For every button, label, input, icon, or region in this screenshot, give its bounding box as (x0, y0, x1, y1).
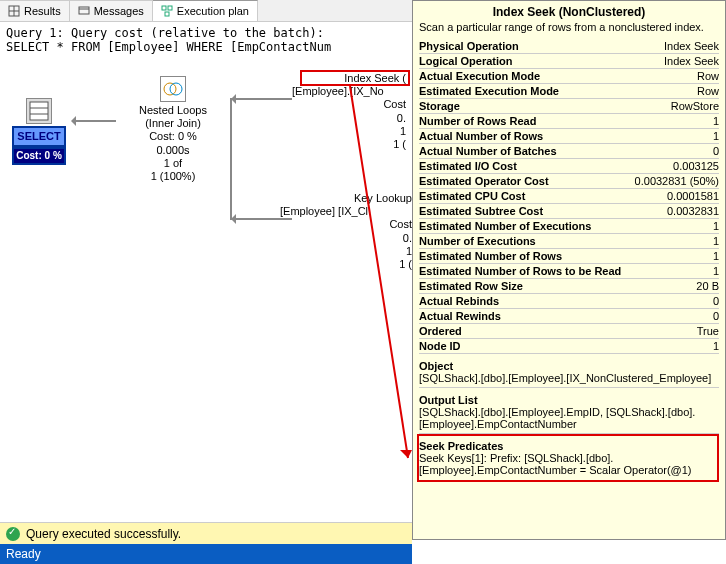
node-line: Cost: 0 % (118, 130, 228, 143)
ready-text: Ready (6, 547, 41, 561)
tooltip-prop-value: Row (631, 69, 719, 84)
svg-rect-6 (168, 6, 172, 10)
tab-results[interactable]: Results (0, 0, 70, 21)
tooltip-prop-value: Index Seek (631, 39, 719, 54)
tooltip-prop-value: True (631, 324, 719, 339)
tooltip-prop-name: Number of Rows Read (419, 114, 631, 129)
node-line: (Inner Join) (118, 117, 228, 130)
tooltip-prop-value: 0 (631, 144, 719, 159)
tooltip-prop-name: Estimated I/O Cost (419, 159, 631, 174)
tooltip-description: Scan a particular range of rows from a n… (419, 21, 719, 33)
tooltip-prop-value: Index Seek (631, 54, 719, 69)
tooltip-row: StorageRowStore (419, 99, 719, 114)
status-text: Query executed successfully. (26, 527, 181, 541)
tooltip-prop-value: 0.0032831 (50%) (631, 174, 719, 189)
tab-execution-plan[interactable]: Execution plan (153, 0, 258, 21)
table-icon (26, 98, 52, 124)
node-line: 1 (280, 245, 412, 258)
tooltip-prop-name: Estimated Operator Cost (419, 174, 631, 189)
tooltip-output-head: Output List (419, 394, 719, 406)
node-line: Key Lookup (280, 192, 412, 205)
tooltip-row: Actual Rebinds0 (419, 294, 719, 309)
svg-rect-8 (30, 102, 48, 120)
tooltip-row: Actual Number of Batches0 (419, 144, 719, 159)
svg-rect-5 (162, 6, 166, 10)
tooltip-row: Estimated Row Size20 B (419, 279, 719, 294)
node-line: 0. (280, 232, 412, 245)
select-label: SELECT (12, 126, 66, 147)
tooltip-prop-name: Estimated CPU Cost (419, 189, 631, 204)
tooltip-prop-value: 1 (631, 219, 719, 234)
plan-node-select[interactable]: SELECT Cost: 0 % (12, 98, 66, 165)
plan-node-nested-loops[interactable]: Nested Loops (Inner Join) Cost: 0 % 0.00… (118, 76, 228, 183)
tab-messages[interactable]: Messages (70, 0, 153, 21)
tooltip-row: Estimated CPU Cost0.0001581 (419, 189, 719, 204)
tooltip-prop-value: 0 (631, 309, 719, 324)
tooltip-prop-value: 1 (631, 264, 719, 279)
tooltip-row: Number of Rows Read1 (419, 114, 719, 129)
tooltip-prop-value: 1 (631, 339, 719, 354)
tooltip-prop-value: 0 (631, 294, 719, 309)
success-icon (6, 527, 20, 541)
tooltip-row: Actual Rewinds0 (419, 309, 719, 324)
node-line: [Employee].[IX_No (292, 85, 412, 98)
tooltip-row: Estimated I/O Cost0.003125 (419, 159, 719, 174)
tooltip-prop-name: Estimated Number of Rows to be Read (419, 264, 631, 279)
tooltip-prop-name: Estimated Row Size (419, 279, 631, 294)
node-line: 1 ( (280, 258, 412, 271)
svg-marker-14 (400, 450, 412, 458)
tooltip-prop-name: Actual Execution Mode (419, 69, 631, 84)
tooltip-row: Estimated Number of Executions1 (419, 219, 719, 234)
ready-bar: Ready (0, 544, 412, 564)
tooltip-prop-name: Estimated Number of Executions (419, 219, 631, 234)
tooltip-seek-body: Seek Keys[1]: Prefix: [SQLShack].[dbo].[… (419, 452, 719, 479)
tooltip-row: Physical OperationIndex Seek (419, 39, 719, 54)
tooltip-prop-name: Storage (419, 99, 631, 114)
svg-rect-3 (79, 7, 89, 14)
tooltip-prop-name: Node ID (419, 339, 631, 354)
tooltip-row: OrderedTrue (419, 324, 719, 339)
grid-icon (8, 5, 20, 17)
svg-rect-7 (165, 12, 169, 16)
tab-label: Execution plan (177, 5, 249, 17)
nested-loops-icon (160, 76, 186, 102)
tooltip-prop-value: Row (631, 84, 719, 99)
tooltip-row: Estimated Number of Rows1 (419, 249, 719, 264)
tooltip-row: Actual Number of Rows1 (419, 129, 719, 144)
tooltip-prop-value: 1 (631, 129, 719, 144)
tooltip-prop-value: 1 (631, 249, 719, 264)
tooltip-row: Estimated Operator Cost0.0032831 (50%) (419, 174, 719, 189)
tooltip-prop-value: 0.0001581 (631, 189, 719, 204)
plan-arrow (72, 120, 116, 122)
tooltip-prop-name: Physical Operation (419, 39, 631, 54)
operator-tooltip: Index Seek (NonClustered) Scan a particu… (412, 0, 726, 540)
plan-icon (161, 5, 173, 17)
message-icon (78, 5, 90, 17)
tooltip-properties-table: Physical OperationIndex SeekLogical Oper… (419, 39, 719, 354)
tooltip-prop-name: Actual Rewinds (419, 309, 631, 324)
node-line: [Employee] [IX_Cl (280, 205, 412, 218)
plan-node-key-lookup[interactable]: Key Lookup [Employee] [IX_Cl Cost 0. 1 1… (280, 192, 412, 271)
status-bar: Query executed successfully. (0, 522, 412, 544)
tooltip-prop-value: 20 B (631, 279, 719, 294)
select-cost: Cost: 0 % (12, 147, 66, 165)
tooltip-prop-name: Number of Executions (419, 234, 631, 249)
node-line: Nested Loops (118, 104, 228, 117)
tooltip-prop-value: 0.003125 (631, 159, 719, 174)
node-line: 1 (292, 125, 412, 138)
tooltip-row: Estimated Number of Rows to be Read1 (419, 264, 719, 279)
tooltip-prop-value: RowStore (631, 99, 719, 114)
tooltip-prop-name: Estimated Subtree Cost (419, 204, 631, 219)
tab-label: Messages (94, 5, 144, 17)
plan-arrow-elbow (230, 98, 232, 220)
tooltip-object-head: Object (419, 360, 719, 372)
tooltip-seek-head: Seek Predicates (419, 440, 719, 452)
node-line: 1 (100%) (118, 170, 228, 183)
tooltip-prop-name: Actual Number of Rows (419, 129, 631, 144)
node-line: 0.000s (118, 144, 228, 157)
node-line: 1 of (118, 157, 228, 170)
tooltip-prop-name: Ordered (419, 324, 631, 339)
plan-node-index-seek[interactable]: Index Seek ( [Employee].[IX_No Cost 0. 1… (292, 72, 412, 151)
tooltip-prop-value: 0.0032831 (631, 204, 719, 219)
tooltip-row: Estimated Execution ModeRow (419, 84, 719, 99)
